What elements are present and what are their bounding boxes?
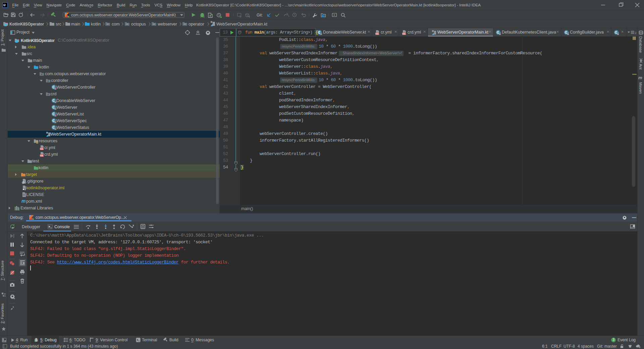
svg-text:webserver: webserver	[157, 22, 177, 27]
svg-text:main: main	[71, 22, 80, 27]
svg-text:WebServerOperatorMain.kt: WebServerOperatorMain.kt	[216, 22, 267, 27]
svg-text:KotlinK8SOperator: KotlinK8SOperator	[9, 22, 44, 27]
svg-text:kotlin: kotlin	[91, 22, 101, 27]
svg-text:operator: operator	[189, 22, 204, 27]
svg-text:src: src	[56, 22, 61, 27]
svg-text:com: com	[112, 22, 120, 27]
svg-text:octopus: octopus	[131, 22, 146, 27]
svg-text:Git:: Git:	[257, 13, 263, 17]
svg-text:2: 2	[635, 31, 636, 34]
svg-text:com.octopus.webserver.operator: com.octopus.webserver.operator.WebServer…	[71, 13, 176, 17]
